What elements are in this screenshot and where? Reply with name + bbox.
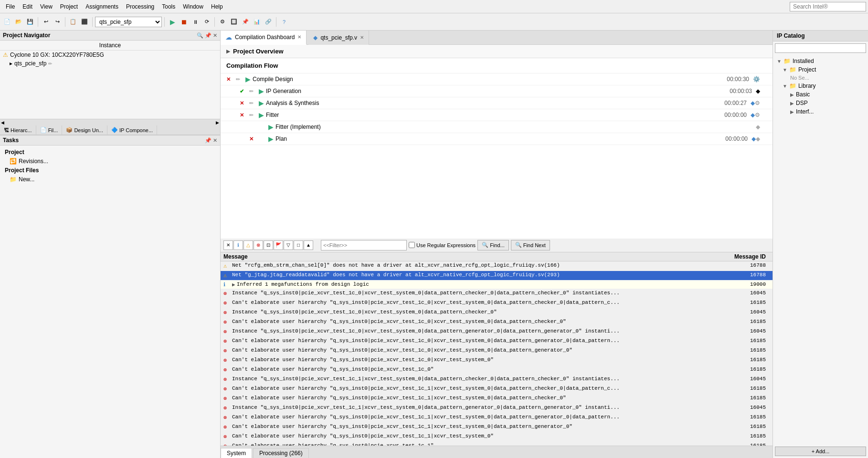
ip-edit-icon[interactable]: ✏	[249, 88, 259, 94]
filter-flag-btn[interactable]: 🚩	[274, 240, 283, 250]
filter-extra2-btn[interactable]: □	[294, 240, 303, 250]
filter-extra1-btn[interactable]: ▽	[284, 240, 293, 250]
message-row-4[interactable]: ⊗ Can't elaborate user hierarchy "q_sys_…	[221, 299, 773, 308]
ip-tree-interf[interactable]: ▶ Interf...	[775, 107, 866, 116]
toolbar-pause[interactable]: ⏸	[190, 17, 201, 27]
tab-files[interactable]: 📄 Fil...	[36, 125, 63, 135]
menu-view[interactable]: View	[36, 1, 56, 12]
toolbar-settings[interactable]: ⚙	[217, 17, 228, 27]
scroll-left[interactable]: ◀	[1, 120, 4, 125]
message-row-16[interactable]: ⊗ Can't elaborate user hierarchy "q_sys_…	[221, 413, 773, 423]
message-row-11[interactable]: ⊗ Can't elaborate user hierarchy "q_sys_…	[221, 365, 773, 375]
search-intel-input[interactable]	[790, 2, 866, 11]
toolbar-new[interactable]: 📄	[2, 17, 12, 27]
message-row-14[interactable]: ⊗ Can't elaborate user hierarchy "q_sys_…	[221, 394, 773, 404]
message-row-10[interactable]: ⊗ Can't elaborate user hierarchy "q_sys_…	[221, 356, 773, 365]
project-dropdown[interactable]: qts_pcie_sfp	[95, 17, 162, 27]
nav-close-btn[interactable]: ✕	[213, 32, 217, 39]
tasks-pin-btn[interactable]: 📌	[205, 137, 212, 144]
toolbar-btn3[interactable]: 📋	[68, 17, 78, 27]
menu-assignments[interactable]: Assignments	[82, 1, 122, 12]
nav-search-btn[interactable]: 🔍	[197, 32, 203, 39]
compilation-tab-close[interactable]: ✕	[297, 34, 301, 40]
message-row-7[interactable]: ⊗ Instance "q_sys_inst0|pcie_xcvr_test_1…	[221, 327, 773, 337]
ip-catalog-search[interactable]	[775, 43, 866, 53]
menu-edit[interactable]: Edit	[19, 1, 36, 12]
ip-tree-basic[interactable]: ▶ Basic	[775, 90, 866, 99]
message-row-12[interactable]: ⊗ Instance "q_sys_inst0|pcie_xcvr_test_1…	[221, 375, 773, 385]
find-next-button[interactable]: 🔍 Find Next	[511, 240, 550, 250]
filter-info-btn[interactable]: ℹ	[233, 240, 243, 250]
file-tab-close[interactable]: ✕	[360, 35, 364, 40]
fitter-play-btn[interactable]: ▶	[259, 111, 264, 119]
analysis-edit-icon[interactable]: ✏	[249, 100, 259, 106]
message-row-1[interactable]: ⚠ Net "g_jtag.jtag_readdatavalid" does n…	[221, 271, 773, 281]
message-row-15[interactable]: ⊗ Instance "q_sys_inst0|pcie_xcvr_test_1…	[221, 404, 773, 413]
message-row-5[interactable]: ⊗ Instance "q_sys_inst0|pcie_xcvr_test_1…	[221, 308, 773, 318]
fitter-impl-play-btn[interactable]: ▶	[268, 123, 274, 131]
tab-ip-components[interactable]: 🔷 IP Compone...	[107, 125, 157, 135]
message-row-0[interactable]: ⚠ Net "rcfg_emb_strm_chan_sel[0]" does n…	[221, 261, 773, 271]
message-row-6[interactable]: ⊗ Can't elaborate user hierarchy "q_sys_…	[221, 318, 773, 327]
scroll-right[interactable]: ▶	[216, 120, 219, 125]
menu-window[interactable]: Window	[179, 1, 207, 12]
tab-processing[interactable]: Processing (266)	[253, 448, 309, 458]
message-row-8[interactable]: ⊗ Can't elaborate user hierarchy "q_sys_…	[221, 337, 773, 346]
tab-system[interactable]: System	[221, 448, 252, 458]
analysis-play-btn[interactable]: ▶	[259, 99, 264, 107]
filter-clear-btn[interactable]: ✕	[223, 240, 233, 250]
toolbar-pin[interactable]: 📌	[240, 17, 251, 27]
menu-project[interactable]: Project	[56, 1, 82, 12]
tasks-close-btn[interactable]: ✕	[213, 137, 217, 144]
fitter-edit-icon[interactable]: ✏	[249, 112, 259, 118]
menu-file[interactable]: File	[2, 1, 19, 12]
tree-item-project[interactable]: ▸ qts_pcie_sfp ✏	[0, 59, 220, 68]
ip-tree-installed[interactable]: ▼ 📁 Installed	[775, 57, 866, 65]
plan-play-btn[interactable]: ▶	[268, 135, 274, 143]
message-row-18[interactable]: ⊗ Can't elaborate user hierarchy "q_sys_…	[221, 432, 773, 442]
tab-compilation-dashboard[interactable]: ☁ Compilation Dashboard ✕	[221, 31, 307, 45]
toolbar-redo[interactable]: ↪	[52, 17, 63, 27]
new-file-item[interactable]: 📁 New...	[2, 175, 218, 184]
message-row-9[interactable]: ⊗ Can't elaborate user hierarchy "q_sys_…	[221, 346, 773, 356]
nav-scrollbar[interactable]: ◀ ▶	[0, 119, 220, 125]
tab-file[interactable]: ◆ qts_pcie_sfp.v ✕	[308, 31, 369, 45]
ip-tree-no-se[interactable]: No Se...	[775, 74, 866, 82]
message-row-2[interactable]: ℹ ▶ Inferred 1 megafunctions from design…	[221, 281, 773, 289]
filter-input[interactable]	[321, 240, 407, 250]
project-overview[interactable]: ▶ Project Overview	[221, 45, 773, 58]
filter-extra3-btn[interactable]: ▲	[304, 240, 313, 250]
toolbar-report[interactable]: 📊	[252, 17, 262, 27]
toolbar-btn4[interactable]: ⬛	[79, 17, 90, 27]
regex-checkbox[interactable]	[409, 242, 415, 248]
message-row-13[interactable]: ⊗ Can't elaborate user hierarchy "q_sys_…	[221, 385, 773, 394]
ip-tree-library[interactable]: ▼ 📁 Library	[775, 82, 866, 90]
toolbar-open[interactable]: 📂	[13, 17, 24, 27]
ip-add-button[interactable]: + Add...	[775, 447, 866, 456]
ip-tree-dsp[interactable]: ▶ DSP	[775, 99, 866, 107]
tree-item-cyclone[interactable]: ⚠ Cyclone 10 GX: 10CX220YF780E5G	[0, 51, 220, 59]
toolbar-compile[interactable]: ▶	[167, 17, 178, 27]
toolbar-stop[interactable]: ⏹	[179, 17, 189, 27]
message-row-17[interactable]: ⊗ Can't elaborate user hierarchy "q_sys_…	[221, 423, 773, 432]
menu-processing[interactable]: Processing	[122, 1, 158, 12]
toolbar-save[interactable]: 💾	[25, 17, 35, 27]
ip-play-btn[interactable]: ▶	[259, 87, 264, 95]
toolbar-chip[interactable]: 🔲	[229, 17, 239, 27]
revisions-item[interactable]: 🔁 Revisions...	[2, 157, 218, 166]
message-row-3[interactable]: ⊗ Instance "q_sys_inst0|pcie_xcvr_test_1…	[221, 289, 773, 299]
find-button[interactable]: 🔍 Find...	[477, 240, 509, 250]
message-row-19[interactable]: ⊗ Can't elaborate user hierarchy "q_sys_…	[221, 442, 773, 446]
tab-design-units[interactable]: 📦 Design Un...	[62, 125, 107, 135]
nav-pin-btn[interactable]: 📌	[205, 32, 212, 39]
toolbar-extra[interactable]: 🔗	[263, 17, 274, 27]
toolbar-undo[interactable]: ↩	[41, 17, 51, 27]
menu-help[interactable]: Help	[207, 1, 227, 12]
compile-play-btn[interactable]: ▶	[245, 75, 251, 83]
toolbar-analyze[interactable]: ⟳	[201, 17, 212, 27]
filter-error-btn[interactable]: ⊗	[254, 240, 263, 250]
menu-tools[interactable]: Tools	[158, 1, 179, 12]
filter-suppress-btn[interactable]: ⊡	[264, 240, 273, 250]
toolbar-help-btn[interactable]: ?	[279, 17, 289, 27]
filter-warning-btn[interactable]: △	[243, 240, 253, 250]
